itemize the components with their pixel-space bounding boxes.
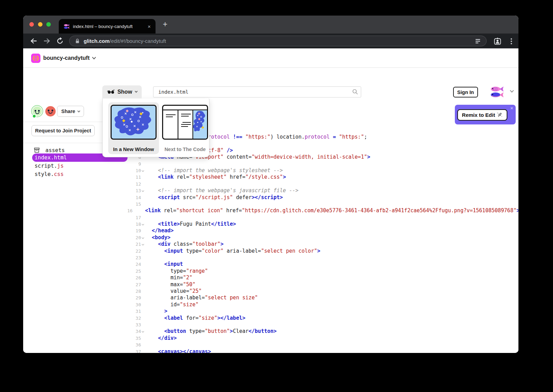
reload-icon[interactable] — [56, 37, 64, 45]
show-button[interactable]: Show — [102, 85, 142, 99]
sign-in-button[interactable]: Sign In — [453, 87, 478, 97]
new-window-illustration — [111, 105, 157, 140]
code-line[interactable]: 21 <div class="toolbar"> — [127, 241, 518, 248]
menu-option-label: In a New Window — [108, 147, 159, 152]
share-label: Share — [61, 109, 75, 114]
reader-mode-icon[interactable] — [475, 38, 481, 45]
line-number: 30 — [127, 301, 141, 308]
file-name: index.html — [35, 155, 67, 161]
code-line[interactable]: 26 min="2" — [127, 274, 518, 281]
fold-chevron-icon[interactable] — [141, 187, 146, 194]
close-window-button[interactable] — [29, 22, 34, 27]
code-text: <input type="color" aria-label="select p… — [146, 248, 320, 254]
user-avatar-fish-icon[interactable] — [490, 85, 505, 99]
fold-gutter — [141, 342, 146, 348]
code-line[interactable]: 35 </div> — [127, 335, 518, 342]
url-bar[interactable]: glitch.com/edit/#!/bouncy-candytuft — [69, 36, 487, 46]
request-to-join-button[interactable]: Request to Join Project — [31, 125, 95, 136]
assets-box-icon — [34, 147, 40, 153]
code-line[interactable]: 34 <button type="button">Clear</button> — [127, 328, 518, 335]
code-line[interactable]: 10 <!-- import the webpage's stylesheet … — [127, 167, 518, 174]
minimize-window-button[interactable] — [38, 22, 43, 27]
line-number: 21 — [127, 241, 141, 248]
code-line[interactable]: 12 — [127, 181, 518, 187]
tab-close-icon[interactable]: × — [148, 24, 151, 29]
url-domain: glitch.com — [84, 38, 110, 44]
code-line[interactable]: 11 <link rel="stylesheet" href="/style.c… — [127, 174, 518, 180]
code-line[interactable]: 9 — [127, 161, 518, 167]
code-line[interactable]: 14 <script src="/script.js" defer></scri… — [127, 194, 518, 201]
glitch-logo-icon[interactable] — [31, 54, 40, 63]
fold-gutter — [141, 301, 146, 308]
code-line[interactable]: 23 — [127, 254, 518, 261]
code-line[interactable]: 32 <label for="size"></label> — [127, 315, 518, 321]
fold-chevron-icon[interactable] — [141, 241, 146, 248]
code-line[interactable]: 29 aria-label="select pen size" — [127, 295, 518, 301]
code-line[interactable]: 15 — [127, 201, 518, 207]
code-text: <div class="toolbar"> — [146, 241, 224, 248]
menu-option-next-to-code[interactable]: Next to The Code — [162, 102, 208, 154]
code-line[interactable]: 18 <title>Fugu Paint</title> — [127, 221, 518, 227]
code-text: <!-- import the webpage's stylesheet --> — [146, 167, 283, 174]
zoom-window-button[interactable] — [46, 22, 51, 27]
fold-gutter — [141, 248, 146, 254]
file-item-script-js[interactable]: script.js — [35, 162, 64, 170]
tab-favicon-fish-icon — [64, 24, 70, 29]
project-name-menu[interactable]: bouncy-candytuft — [43, 48, 95, 68]
menu-dots-icon[interactable] — [507, 37, 516, 46]
back-icon[interactable] — [29, 37, 38, 45]
line-number: 12 — [127, 181, 141, 187]
line-number: 11 — [127, 174, 141, 180]
fold-chevron-icon[interactable] — [141, 221, 146, 227]
collaborator-avatar-red[interactable] — [45, 106, 56, 116]
code-line[interactable]: 19 </head> — [127, 227, 518, 234]
fold-gutter — [141, 308, 146, 315]
sign-in-label: Sign In — [457, 90, 474, 95]
microphone-icon — [497, 112, 503, 118]
code-line[interactable]: 20 <body> — [127, 234, 518, 241]
code-text: <button type="button">Clear</button> — [146, 328, 276, 335]
line-number: 35 — [127, 335, 141, 342]
code-text: <link rel="stylesheet" href="/style.css"… — [146, 174, 286, 180]
browser-tab[interactable]: index.html – bouncy-candytuft × — [59, 19, 156, 34]
remix-to-edit-button[interactable]: Remix to Edit — [457, 109, 507, 121]
forward-icon[interactable] — [43, 37, 51, 45]
share-button[interactable]: Share — [57, 106, 84, 117]
fold-gutter — [141, 315, 146, 321]
chevron-down-icon — [510, 88, 514, 92]
code-line[interactable]: 28 value="25" — [127, 288, 518, 295]
fold-chevron-icon[interactable] — [141, 234, 146, 241]
code-line[interactable]: 31 > — [127, 308, 518, 315]
file-item-style-css[interactable]: style.css — [35, 170, 64, 178]
banner-close-icon[interactable]: × — [510, 105, 513, 111]
new-tab-button[interactable]: + — [163, 20, 167, 29]
file-name: style. — [35, 171, 54, 177]
code-line[interactable]: 16 <link rel="shortcut icon" href="https… — [127, 207, 518, 214]
fold-chevron-icon[interactable] — [141, 328, 146, 335]
fold-gutter — [141, 274, 146, 281]
line-number: 10 — [127, 167, 141, 174]
code-line[interactable]: 27 max="50" — [127, 281, 518, 288]
code-line[interactable]: 13 <!-- import the webpage's javascript … — [127, 187, 518, 194]
show-label: Show — [118, 89, 132, 95]
code-text: <label for="size"></label> — [146, 315, 245, 321]
code-line[interactable]: 33 — [127, 321, 518, 328]
code-line[interactable]: 17 — [127, 214, 518, 221]
code-line[interactable]: 36 — [127, 342, 518, 348]
code-text: aria-label="select pen size" — [146, 295, 258, 301]
code-line[interactable]: 24 <input — [127, 261, 518, 268]
fold-chevron-icon[interactable] — [141, 167, 146, 174]
profile-icon[interactable] — [493, 37, 502, 46]
menu-option-label: Next to The Code — [162, 147, 208, 152]
code-line[interactable]: 22 <input type="color" aria-label="selec… — [127, 248, 518, 254]
menu-option-new-window[interactable]: In a New Window — [108, 102, 159, 154]
file-search-input[interactable] — [153, 86, 361, 97]
code-line[interactable]: 25 type="range" — [127, 268, 518, 274]
fold-gutter — [141, 295, 146, 301]
fold-gutter — [141, 335, 146, 342]
line-number: 31 — [127, 308, 141, 315]
code-editor[interactable]: 5 if (location.protocol !== "https:") lo… — [127, 134, 518, 353]
code-line[interactable]: 37 <canvas></canvas> — [127, 348, 518, 353]
code-line[interactable]: 30 id="size" — [127, 301, 518, 308]
fold-gutter — [141, 161, 146, 167]
